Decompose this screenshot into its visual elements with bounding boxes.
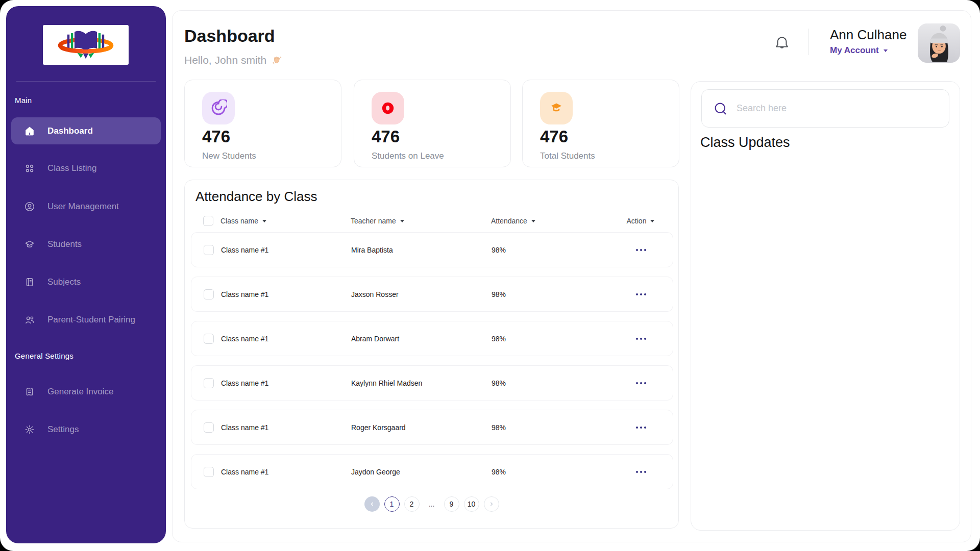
column-header-attendance[interactable]: Attendance [491,217,621,225]
sidebar-item-generate-invoice[interactable]: Generate Invoice [11,378,161,405]
chevron-left-icon [369,501,375,507]
row-actions-icon[interactable] [622,338,660,340]
class-updates-title: Class Updates [700,135,790,151]
class-updates-panel: Class Updates [691,81,960,531]
cell-attendance: 98% [492,379,622,387]
cell-teacher-name: Roger Korsgaard [351,423,492,432]
sidebar-item-subjects[interactable]: Subjects [11,268,161,295]
pagination-page-10[interactable]: 10 [464,496,479,512]
graduation-cap-icon [24,239,35,250]
pagination-page-1[interactable]: 1 [384,496,400,512]
cell-attendance: 98% [492,423,622,432]
attendance-title: Attendance by Class [195,189,317,205]
row-checkbox[interactable] [204,245,214,255]
row-actions-icon[interactable] [622,249,660,251]
search-box[interactable] [701,89,949,128]
sidebar-item-label: Generate Invoice [47,387,113,397]
table-row: Class name #1 Kaylynn Rhiel Madsen 98% [191,365,673,400]
logo-icon [47,27,124,63]
cell-teacher-name: Kaylynn Rhiel Madsen [351,379,492,387]
sidebar-item-label: Dashboard [47,126,93,136]
bell-icon [773,34,791,53]
row-actions-icon[interactable] [622,427,660,429]
row-checkbox[interactable] [204,378,214,388]
sidebar-item-class-listing[interactable]: Class Listing [11,155,161,182]
app-window: Main Dashboard Class Listing [0,0,980,551]
pagination-page-2[interactable]: 2 [404,496,420,512]
cell-teacher-name: Jaxson Rosser [351,290,492,298]
my-account-dropdown[interactable]: My Account [830,45,888,56]
avatar-memoji [918,23,960,63]
table-row: Class name #1 Roger Korsgaard 98% [191,410,673,445]
sidebar-item-label: Parent-Student Pairing [47,315,135,325]
greeting: Hello, John smith [184,54,282,66]
pagination: 1 2 ... 9 10 [185,496,678,512]
school-logo [43,25,129,65]
pagination-ellipsis[interactable]: ... [424,496,439,512]
sidebar-item-label: User Management [47,202,119,212]
sidebar-item-students[interactable]: Students [11,231,161,258]
chevron-right-icon [488,501,495,507]
stat-label: Students on Leave [372,151,444,161]
select-all-checkbox[interactable] [203,216,213,226]
row-checkbox[interactable] [204,289,214,299]
pagination-prev-button[interactable] [364,496,380,512]
sort-caret-icon [262,220,266,222]
page-title: Dashboard [184,26,275,46]
stat-value: 476 [540,127,568,146]
sidebar: Main Dashboard Class Listing [6,6,166,543]
column-header-class-name[interactable]: Class name [220,217,351,225]
table-row: Class name #1 Mira Baptista 98% [191,232,673,267]
pagination-page-9[interactable]: 9 [444,496,459,512]
cell-teacher-name: Abram Dorwart [351,335,492,343]
user-circle-icon [24,201,35,212]
table-row: Class name #1 Jaxson Rosser 98% [191,277,673,312]
stat-card-total-students: 476 Total Students [522,80,679,167]
search-input[interactable] [736,103,932,114]
sort-caret-icon [531,220,535,222]
stat-value: 476 [202,127,230,146]
my-account-label: My Account [830,45,879,56]
cell-teacher-name: Mira Baptista [351,246,492,254]
pagination-next-button[interactable] [484,496,499,512]
table-row: Class name #1 Abram Dorwart 98% [191,321,673,356]
row-actions-icon[interactable] [622,382,660,384]
home-icon [24,126,35,137]
sidebar-item-parent-student-pairing[interactable]: Parent-Student Pairing [11,306,161,333]
row-checkbox[interactable] [204,334,214,344]
cell-attendance: 98% [492,246,622,254]
row-checkbox[interactable] [204,422,214,433]
sidebar-item-label: Settings [47,424,79,435]
sidebar-item-user-management[interactable]: User Management [11,193,161,220]
gear-icon [24,424,35,435]
sidebar-section-main: Main [15,96,32,105]
sidebar-section-general-settings: General Settings [15,352,74,360]
row-checkbox[interactable] [204,467,214,477]
stat-value: 476 [372,127,400,146]
record-icon [372,92,404,124]
sidebar-item-label: Students [47,239,82,249]
avatar[interactable] [918,23,960,63]
column-header-teacher-name[interactable]: Teacher name [351,217,491,225]
chevron-down-icon [884,49,888,52]
sidebar-item-settings[interactable]: Settings [11,416,161,443]
cell-class-name: Class name #1 [221,379,351,387]
column-header-action[interactable]: Action [621,217,660,225]
sidebar-item-label: Subjects [47,277,81,287]
cell-teacher-name: Jaydon George [351,468,492,476]
attendance-by-class-card: Attendance by Class Class name Teacher n… [184,180,679,529]
waving-hand-icon [271,55,282,66]
sort-caret-icon [650,220,654,222]
two-users-icon [24,314,35,325]
cell-attendance: 98% [492,468,622,476]
sidebar-divider [16,81,156,82]
sidebar-item-label: Class Listing [47,163,96,173]
cell-class-name: Class name #1 [221,290,351,298]
stat-label: Total Students [540,151,595,161]
search-icon [713,101,728,116]
row-actions-icon[interactable] [622,471,660,473]
row-actions-icon[interactable] [622,293,660,295]
sidebar-item-dashboard[interactable]: Dashboard [11,117,161,144]
invoice-icon [24,386,35,397]
notifications-button[interactable] [773,34,791,53]
